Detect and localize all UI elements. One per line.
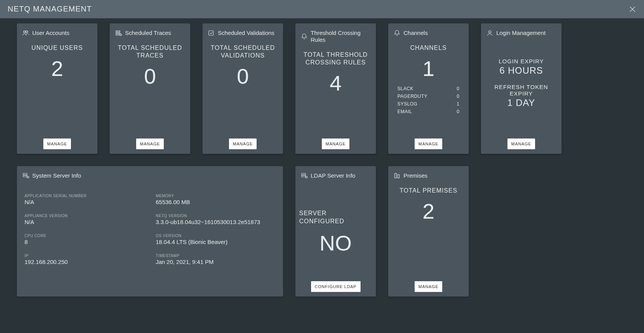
server-icon (22, 172, 29, 179)
card-title: System Server Info (32, 172, 81, 179)
card-threshold: Threshold Crossing Rules TOTAL THRESHOLD… (295, 23, 376, 154)
card-title: Scheduled Validations (218, 30, 274, 36)
card-title: Login Management (496, 30, 545, 36)
card-body: TOTAL SCHEDULED TRACES 0 (114, 44, 186, 135)
manage-button[interactable]: MANAGE (322, 138, 349, 149)
card-scheduled-traces: Scheduled Traces TOTAL SCHEDULED TRACES … (110, 23, 190, 154)
stat-label: TOTAL SCHEDULED VALIDATIONS (206, 44, 279, 59)
card-header: Threshold Crossing Rules (299, 30, 372, 43)
channel-detail-list: SLACK0 PAGERDUTY0 SYSLOG1 EMAIL0 (392, 85, 465, 115)
svg-rect-11 (23, 175, 27, 177)
login-icon (486, 30, 493, 36)
bell-icon (301, 33, 308, 40)
stat-value: 2 (51, 58, 63, 79)
stat-value: 0 (144, 66, 156, 87)
stat-label: CHANNELS (410, 44, 446, 52)
svg-rect-10 (23, 173, 27, 175)
card-user-accounts: User Accounts UNIQUE USERS 2 MANAGE (17, 23, 97, 154)
svg-rect-16 (395, 173, 397, 178)
login-expiry-value: 6 HOURS (499, 65, 544, 76)
channel-row: SLACK0 (397, 85, 460, 92)
card-body: TOTAL SCHEDULED VALIDATIONS 0 (206, 44, 279, 135)
card-title: LDAP Server Info (311, 172, 355, 179)
validations-icon (208, 30, 215, 36)
stat-value: NO (320, 231, 352, 256)
card-body: TOTAL PREMISES 2 (392, 187, 465, 278)
svg-point-12 (27, 176, 29, 178)
configure-ldap-button[interactable]: CONFIGURE LDAP (311, 281, 361, 292)
info-item: IP192.168.200.250 (25, 254, 144, 265)
info-item: TIMESTAMPJan 20, 2021, 9:41 PM (156, 254, 275, 265)
svg-point-9 (489, 31, 491, 33)
traces-icon (115, 30, 122, 36)
channel-row: SYSLOG1 (397, 100, 460, 108)
card-body: LOGIN EXPIRY 6 HOURS REFRESH TOKEN EXPIR… (485, 44, 558, 135)
stat-label: TOTAL SCHEDULED TRACES (114, 44, 186, 59)
card-system-server-info: System Server Info APPLICATION SERIAL NU… (17, 166, 283, 297)
svg-point-2 (23, 31, 25, 33)
page-title: NETQ MANAGEMENT (8, 5, 92, 13)
card-header: Scheduled Traces (114, 30, 186, 36)
manage-button[interactable]: MANAGE (415, 138, 442, 149)
svg-rect-17 (398, 175, 400, 178)
refresh-expiry-label: REFRESH TOKEN EXPIRY (485, 84, 558, 97)
card-header: Scheduled Validations (206, 30, 279, 36)
close-icon[interactable] (629, 5, 636, 13)
info-item: APPLIANCE VERSIONN/A (25, 214, 144, 225)
premises-icon (394, 172, 400, 179)
svg-rect-4 (116, 31, 120, 32)
card-title: Channels (404, 30, 428, 36)
login-expiry-label: LOGIN EXPIRY (499, 58, 544, 64)
info-item: APPLICATION SERIAL NUMBERN/A (25, 194, 144, 205)
card-body: UNIQUE USERS 2 (21, 44, 94, 135)
svg-point-15 (306, 176, 308, 178)
card-header: Login Management (485, 30, 558, 36)
svg-point-7 (120, 34, 122, 36)
manage-button[interactable]: MANAGE (229, 138, 257, 149)
stat-value: 4 (329, 73, 341, 94)
info-item: MEMORY65536.00 MB (156, 194, 275, 205)
card-header: System Server Info (21, 172, 279, 179)
channel-row: PAGERDUTY0 (397, 92, 460, 100)
info-item: OS VERSION18.04.4 LTS (Bionic Beaver) (156, 234, 275, 245)
card-body: TOTAL THRESHOLD CROSSING RULES 4 (299, 51, 372, 135)
channels-icon (394, 30, 400, 36)
ldap-icon (301, 172, 308, 179)
info-item: NETQ VERSION3.3.0-ub18.04u32~1610530013.… (156, 214, 275, 225)
stat-label: UNIQUE USERS (31, 44, 83, 52)
manage-button[interactable]: MANAGE (136, 138, 164, 149)
refresh-expiry: REFRESH TOKEN EXPIRY 1 DAY (485, 84, 558, 108)
card-body: CHANNELS 1 SLACK0 PAGERDUTY0 SYSLOG1 EMA… (392, 44, 465, 135)
card-grid: User Accounts UNIQUE USERS 2 MANAGE Sche… (0, 18, 644, 302)
page-header: NETQ MANAGEMENT (0, 0, 644, 18)
stat-value: 0 (237, 66, 249, 87)
channel-row: EMAIL0 (397, 108, 460, 115)
stat-value: 1 (422, 58, 434, 79)
svg-rect-6 (116, 34, 120, 35)
svg-point-3 (26, 31, 28, 33)
card-body: SERVER CONFIGURED NO (299, 187, 372, 278)
manage-button[interactable]: MANAGE (507, 138, 535, 149)
svg-rect-14 (301, 175, 306, 177)
login-expiry: LOGIN EXPIRY 6 HOURS (499, 58, 544, 76)
stat-label: TOTAL PREMISES (400, 187, 458, 195)
svg-rect-13 (301, 173, 306, 175)
card-header: LDAP Server Info (299, 172, 372, 179)
stat-label: TOTAL THRESHOLD CROSSING RULES (299, 51, 372, 66)
svg-rect-8 (209, 31, 213, 35)
manage-button[interactable]: MANAGE (415, 281, 442, 292)
card-header: Channels (392, 30, 465, 36)
card-premises: Premises TOTAL PREMISES 2 MANAGE (388, 166, 469, 297)
manage-button[interactable]: MANAGE (43, 138, 71, 149)
refresh-expiry-value: 1 DAY (485, 97, 558, 108)
card-title: User Accounts (32, 30, 69, 36)
card-ldap: LDAP Server Info SERVER CONFIGURED NO CO… (295, 166, 376, 297)
users-icon (22, 30, 29, 36)
card-header: Premises (392, 172, 465, 179)
card-title: Premises (404, 172, 428, 179)
card-header: User Accounts (21, 30, 94, 36)
stat-value: 2 (422, 201, 434, 222)
card-login-management: Login Management LOGIN EXPIRY 6 HOURS RE… (481, 23, 562, 154)
card-title: Scheduled Traces (125, 30, 171, 36)
server-info-grid: APPLICATION SERIAL NUMBERN/A MEMORY65536… (21, 187, 279, 265)
